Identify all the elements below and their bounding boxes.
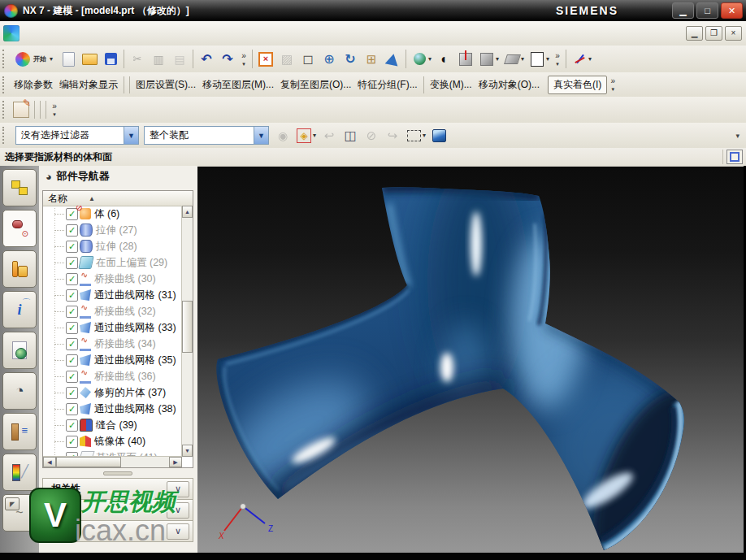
render-style-button[interactable]: ▾ — [435, 50, 454, 69]
select-prev-button[interactable]: ▾ — [383, 126, 402, 145]
deselect-button[interactable]: ▾ — [362, 126, 381, 145]
panel-splitter[interactable] — [42, 470, 193, 476]
view-cube-button[interactable]: ▾ — [477, 50, 501, 69]
feature-tree-row[interactable]: ✓ 通过曲线网格 (38) — [43, 401, 182, 417]
toolbar-grip[interactable] — [2, 127, 8, 145]
background-white-button[interactable]: ▾ — [527, 50, 551, 69]
toolbar-overflow-button[interactable]: »▾ — [607, 77, 618, 92]
scrollbar-thumb[interactable] — [182, 301, 193, 353]
feature-tree-row[interactable]: ✓ 体 (6) — [43, 206, 182, 222]
perspective-button[interactable]: ▾ — [383, 50, 402, 69]
toolbar-grip[interactable] — [2, 50, 8, 68]
selection-filter-combo[interactable]: 没有选择过滤器 ▼ — [15, 126, 139, 145]
horizontal-scrollbar[interactable]: ◀ ▶ — [43, 456, 182, 467]
feature-checkbox[interactable]: ✓ — [66, 241, 78, 253]
toolbar-overflow-button[interactable]: »▾ — [49, 102, 60, 117]
graphics-viewport[interactable]: X Z — [197, 166, 744, 553]
sort-ascending-icon[interactable]: ▲ — [89, 195, 95, 202]
menu-item[interactable] — [156, 30, 171, 37]
feature-tree-row[interactable]: ✓ 桥接曲线 (30) — [43, 271, 182, 287]
save-button[interactable]: ▾ — [101, 50, 120, 69]
feature-checkbox[interactable]: ✓ — [66, 289, 78, 302]
scrollbar-thumb[interactable] — [56, 457, 121, 467]
feature-checkbox[interactable]: ✓ — [66, 338, 78, 350]
zoom-box-button[interactable]: ▾ — [298, 50, 318, 69]
menu-item[interactable] — [98, 30, 112, 37]
tree-column-header[interactable]: 名称 ▲ — [43, 191, 193, 206]
feature-tree-row[interactable]: ✓ 通过曲线网格 (35) — [43, 352, 182, 368]
rectangle-select-button[interactable]: ▾ — [404, 126, 427, 145]
feature-checkbox[interactable]: ✓ — [66, 403, 78, 415]
selection-scope-combo[interactable]: 整个装配 ▼ — [144, 126, 269, 145]
menu-item[interactable] — [185, 30, 200, 37]
feature-tree-row[interactable]: ✓ 通过曲线网格 (33) — [43, 319, 182, 336]
undo-button[interactable]: ▾ — [197, 50, 216, 69]
fit-view-button[interactable]: ▾ — [256, 50, 275, 69]
assembly-navigator-button[interactable] — [2, 169, 37, 206]
feature-tree-row[interactable]: ✓ 在面上偏置 (29) — [43, 254, 182, 271]
collapsed-panel-bar[interactable]: 细节 ∨ — [42, 499, 193, 520]
copy-button[interactable]: ▾ — [149, 50, 168, 69]
open-file-button[interactable]: ▾ — [80, 50, 99, 69]
mdi-close-button[interactable]: × — [725, 26, 742, 41]
menu-item[interactable] — [24, 30, 39, 37]
feature-checkbox[interactable]: ✓ — [66, 387, 78, 399]
start-button[interactable]: 开始▾ — [11, 50, 58, 68]
clip-section-button[interactable]: ▾ — [502, 50, 526, 69]
collapsed-panel-bar[interactable]: 预览 ∨ — [42, 520, 193, 542]
mdi-restore-button[interactable]: ❐ — [705, 26, 722, 41]
new-file-button[interactable]: ▾ — [59, 50, 78, 69]
feature-tree-row[interactable]: ✓ 修剪的片体 (37) — [43, 384, 182, 401]
roles-button[interactable] — [2, 413, 37, 450]
scroll-down-icon[interactable]: ▼ — [182, 445, 193, 457]
feature-checkbox[interactable]: ✓ — [66, 436, 78, 448]
feature-tree-row[interactable]: ✓ 通过曲线网格 (31) — [43, 287, 182, 303]
reuse-library-button[interactable] — [2, 332, 37, 369]
chevron-down-icon[interactable]: ∨ — [167, 481, 189, 497]
menu-item[interactable] — [83, 30, 98, 37]
toolbar-text-button[interactable]: 变换(M)...▾ — [427, 76, 475, 93]
pipe-junction-model[interactable] — [197, 167, 744, 553]
feature-checkbox[interactable]: ✓ — [66, 306, 78, 318]
scroll-left-icon[interactable]: ◀ — [43, 457, 56, 467]
scroll-right-icon[interactable]: ▶ — [169, 457, 182, 467]
csys-dialog-button[interactable]: ▾ — [570, 50, 593, 69]
feature-tree-row[interactable]: ✓ 桥接曲线 (34) — [43, 336, 182, 352]
vertical-scrollbar[interactable]: ▲ ▼ — [181, 206, 193, 457]
feature-checkbox[interactable]: ✓ — [66, 354, 78, 367]
dock-panel-button[interactable]: ◤ — [5, 497, 20, 510]
menu-item[interactable] — [112, 30, 127, 37]
shaded-solid-button[interactable]: ▾ — [429, 126, 449, 145]
toolbar-overflow-button[interactable]: »▾ — [552, 52, 563, 67]
toolbar-text-button[interactable]: 移除参数▾ — [11, 76, 56, 93]
toolbar-overflow-button[interactable]: »▾ — [238, 52, 249, 67]
undo-selection-button[interactable]: ▾ — [319, 126, 339, 145]
menu-item[interactable] — [39, 30, 54, 37]
chevron-down-icon[interactable]: ∨ — [167, 502, 189, 519]
mdi-minimize-button[interactable]: ▁ — [686, 26, 703, 41]
toolbar-text-button[interactable]: 移动至图层(M)...▾ — [199, 76, 277, 93]
toolbar-text-button[interactable]: 复制至图层(O)...▾ — [277, 76, 354, 93]
cut-button[interactable]: ▾ — [128, 50, 147, 69]
sketch-button[interactable] — [11, 100, 31, 119]
find-component-button[interactable]: ▾ — [273, 126, 293, 145]
redo-button[interactable]: ▾ — [218, 50, 237, 69]
window-maximize-button[interactable]: □ — [696, 2, 718, 19]
internet-button[interactable] — [2, 291, 37, 328]
constraint-navigator-button[interactable] — [2, 210, 37, 247]
selection-bar-overflow[interactable]: ▾ — [735, 132, 739, 140]
feature-tree-row[interactable]: ✓ 桥接曲线 (36) — [43, 368, 182, 384]
part-navigator-button[interactable] — [2, 250, 37, 288]
quick-pick-button[interactable]: ▾ — [340, 126, 360, 145]
window-minimize-button[interactable]: ▁ — [672, 2, 694, 19]
chevron-down-icon[interactable]: ▼ — [254, 127, 268, 144]
orient-view-button[interactable]: ▾ — [456, 50, 475, 69]
zoom-in-out-button[interactable]: ▾ — [319, 50, 339, 69]
pan-view-button[interactable]: ▾ — [362, 50, 381, 69]
chevron-down-icon[interactable]: ∨ — [167, 523, 189, 540]
feature-tree-row[interactable]: ✓ 镜像体 (40) — [43, 433, 182, 449]
toolbar-text-button[interactable]: 编辑对象显示▾ — [56, 76, 121, 93]
toolbar-text-button[interactable]: 特征分组(F)...▾ — [354, 76, 420, 93]
status-resize-icon[interactable] — [726, 150, 743, 164]
rotate-view-button[interactable]: ▾ — [340, 50, 360, 69]
